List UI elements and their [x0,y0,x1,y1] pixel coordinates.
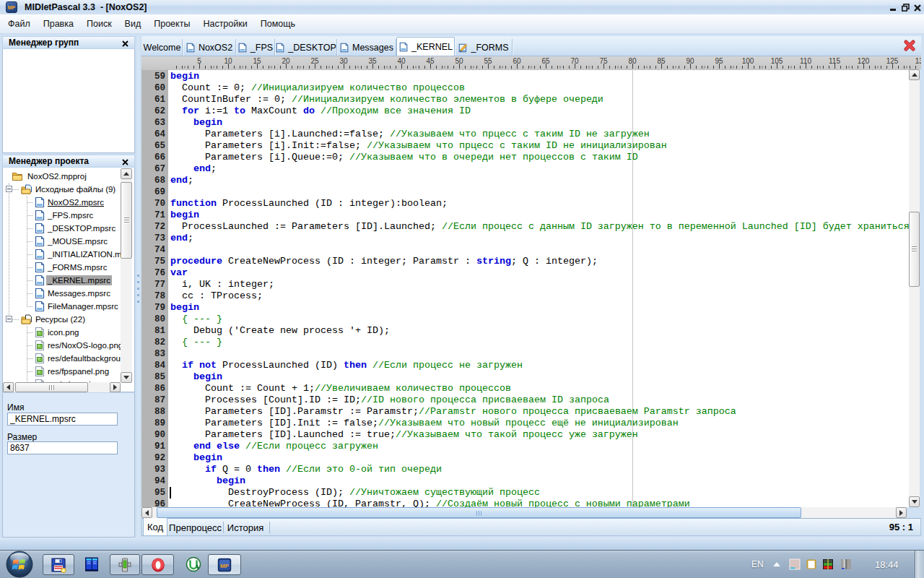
dock-splitter[interactable] [135,36,141,538]
language-indicator[interactable]: EN [751,559,764,569]
clock[interactable]: 18:44 [875,559,899,570]
tree-item-res-fpspanel.png[interactable]: res/fpspanel.png [3,365,121,378]
tree-item-icon.png[interactable]: icon.png [3,326,121,339]
scroll-down-button[interactable] [909,496,920,507]
scroll-left-button[interactable] [3,382,14,392]
window-bottom-frame [0,538,924,550]
line-number: 66 [154,152,165,163]
close-document-button[interactable] [904,40,915,51]
tree-item-_KERNEL.mpsrc[interactable]: _KERNEL.mpsrc [3,274,121,287]
tree-item-FileManager.mpsrc[interactable]: FileManager.mpsrc [3,300,121,313]
collapse-icon[interactable] [6,186,12,192]
tree-item-folder-resources[interactable]: Ресурсы (22) [3,313,121,326]
mode-tab-preprocess[interactable]: Препроцесс [167,519,223,536]
menu-view[interactable]: Вид [118,15,148,33]
tree-item-label: res/NoxOS-logo.png [46,340,121,350]
tree-item-folder-sources[interactable]: Исходные файлы (9) [3,183,121,196]
ruler-number: 25 [310,57,318,65]
scroll-down-button[interactable] [121,372,132,383]
tray-expand-icon[interactable] [773,562,780,566]
tray-tray-app-3[interactable] [822,558,834,570]
groups-panel-close-icon[interactable] [121,39,129,47]
tree-item-label: _FORMS.mpsrc [46,262,108,272]
name-label: Имя [7,402,24,413]
scroll-thumb[interactable] [15,382,88,392]
tree-item-NoxOS2.mpproj[interactable]: NoxOS2.mpproj [3,170,121,183]
mode-tab-history[interactable]: История [223,519,268,536]
tab-_desktop[interactable]: _DESKTOP [275,39,337,56]
scroll-thumb[interactable] [909,212,920,287]
line-number: 76 [154,267,165,279]
start-button[interactable] [6,551,33,578]
tab-welcome[interactable]: Welcome [142,39,183,56]
scroll-thumb[interactable] [121,182,132,259]
tab-_forms[interactable]: _FORMS [455,39,513,56]
ruler-number: 60 [513,57,520,65]
tree-item-_MOUSE.mpsrc[interactable]: _MOUSE.mpsrc [3,235,121,248]
screen: MP MIDletPascal 3.3 - [NoxOS2] ФайлПравк… [0,0,924,578]
taskbar-button-opera-browser[interactable] [141,554,174,575]
tree-item-NoxOS2.mpsrc[interactable]: NoxOS2.mpsrc [3,196,121,209]
close-button[interactable] [912,3,922,12]
mode-tab-code[interactable]: Код [143,518,167,536]
tab-label: NoxOS2 [199,43,232,53]
tray-tray-app-1[interactable] [789,558,801,570]
tray-tray-app-2[interactable] [806,558,817,570]
line-number: 89 [154,418,165,429]
tray-icon-2 [806,558,817,570]
tree-item-res-defaultbackgroun[interactable]: res/defaultbackgroun [3,352,121,365]
code-line: begin [170,302,199,314]
tree-item-_DESKTOP.mpsrc[interactable]: _DESKTOP.mpsrc [3,222,121,235]
tab-messages[interactable]: Messages [337,39,396,56]
size-field[interactable]: 8637 [7,441,118,454]
tab-_fps[interactable]: _FPS [236,39,275,56]
tab-label: _FORMS [471,43,508,53]
taskbar-button-floppy-disk[interactable] [43,554,74,575]
floppy-disk-icon [50,556,67,574]
tab-noxos2[interactable]: NoxOS2 [183,39,236,56]
close-document-icon [904,40,915,51]
code-line: Processes [Count].ID := ID;//ID нового п… [170,394,609,406]
scroll-track[interactable] [909,69,920,507]
project-panel-header: Менеджер проекта [2,155,135,168]
minimize-icon [890,4,897,12]
scroll-up-button[interactable] [909,69,920,80]
taskbar-button-file-manager[interactable] [82,556,102,573]
tab-_kernel[interactable]: _KERNEL [396,37,455,56]
code-pane[interactable]: begin Count := 0; //Инициализируем колич… [168,70,909,507]
restore-button[interactable] [901,3,910,12]
tree-item-res-NoxOS-logo.png[interactable]: res/NoxOS-logo.png [3,339,121,352]
tree-item-_INITIALIZATION.mp[interactable]: _INITIALIZATION.mp [3,248,121,261]
ruler-number: 90 [686,57,694,65]
code-line: { --- } [170,314,222,325]
menu-edit[interactable]: Правка [37,15,80,33]
name-field[interactable]: _KERNEL.mpsrc [7,413,118,426]
line-number: 77 [154,279,165,290]
tree-item-label: _DESKTOP.mpsrc [46,223,117,233]
show-desktop-button[interactable] [915,551,924,578]
scroll-right-button[interactable] [110,382,121,392]
taskbar-button-phone-emulator[interactable] [110,554,140,575]
scroll-thumb[interactable] [157,507,801,518]
code-line: Parameters [i].Init:=false; //Указываем … [170,140,667,152]
collapse-icon[interactable] [6,316,12,322]
project-panel-close-icon[interactable] [121,158,129,165]
tree-item-Messages.mpsrc[interactable]: Messages.mpsrc [3,287,121,300]
menu-projects[interactable]: Проекты [147,15,196,33]
menu-search[interactable]: Поиск [80,15,118,33]
line-number: 78 [154,290,165,302]
menu-file[interactable]: Файл [1,15,37,33]
tray-tray-app-4[interactable] [840,558,852,570]
code-editor[interactable]: 5960616263646566676869707172737475767778… [141,69,909,507]
menu-help[interactable]: Помощь [254,15,302,33]
scroll-up-button[interactable] [121,168,132,179]
line-number: 96 [154,499,165,507]
tree-item-_FPS.mpsrc[interactable]: _FPS.mpsrc [3,209,121,222]
minimize-button[interactable] [889,3,898,12]
scroll-left-button[interactable] [141,507,152,518]
taskbar-button-utorrent[interactable] [183,556,204,573]
menu-settings[interactable]: Настройки [196,15,253,33]
scroll-right-button[interactable] [896,507,907,518]
taskbar-button-midletpascal[interactable]: MP [208,554,241,575]
tree-item-_FORMS.mpsrc[interactable]: _FORMS.mpsrc [3,261,121,274]
